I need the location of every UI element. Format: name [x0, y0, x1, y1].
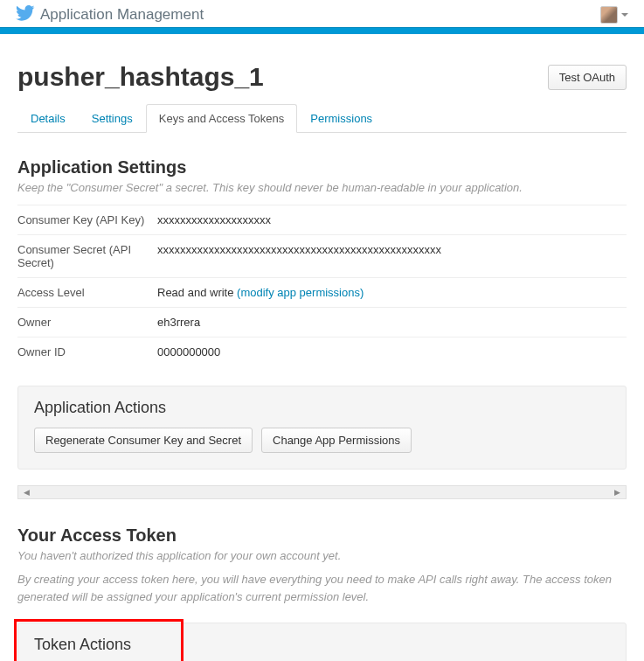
user-menu[interactable]: [600, 6, 628, 24]
chevron-down-icon: [621, 13, 628, 17]
modify-permissions-link[interactable]: (modify app permissions): [237, 286, 364, 299]
access-token-heading: Your Access Token: [17, 525, 627, 546]
table-row: Consumer Secret (API Secret) xxxxxxxxxxx…: [17, 235, 627, 278]
scroll-left-icon: ◀: [24, 488, 30, 497]
app-actions-panel: Application Actions Regenerate Consumer …: [17, 386, 627, 470]
settings-table: Consumer Key (API Key) xxxxxxxxxxxxxxxxx…: [17, 205, 627, 366]
app-actions-buttons: Regenerate Consumer Key and Secret Chang…: [34, 428, 610, 453]
tab-keys[interactable]: Keys and Access Tokens: [146, 104, 298, 133]
access-level-label: Access Level: [17, 278, 157, 308]
access-token-sub2: By creating your access token here, you …: [17, 571, 627, 605]
token-panel-wrap: Token Actions Create my access token: [17, 623, 627, 661]
scroll-right-icon: ▶: [614, 488, 620, 497]
owner-label: Owner: [17, 308, 157, 337]
table-row: Owner ID 0000000000: [17, 337, 627, 367]
access-level-value: Read and write (modify app permissions): [157, 278, 627, 308]
twitter-bird-icon: [16, 5, 35, 24]
consumer-secret-label: Consumer Secret (API Secret): [17, 235, 157, 278]
tab-settings[interactable]: Settings: [79, 104, 146, 133]
horizontal-scrollbar[interactable]: ◀ ▶: [17, 485, 627, 499]
app-actions-heading: Application Actions: [34, 399, 610, 417]
access-level-text: Read and write: [157, 286, 237, 299]
accent-bar: [0, 27, 644, 34]
token-actions-heading: Token Actions: [34, 636, 610, 654]
test-oauth-button[interactable]: Test OAuth: [548, 65, 627, 90]
table-row: Consumer Key (API Key) xxxxxxxxxxxxxxxxx…: [17, 205, 627, 235]
tab-details[interactable]: Details: [17, 104, 79, 133]
app-settings-heading: Application Settings: [17, 157, 627, 177]
header: Application Management: [0, 0, 644, 27]
access-token-section: Your Access Token You haven't authorized…: [17, 525, 627, 605]
owner-id-value: 0000000000: [157, 337, 627, 367]
table-row: Owner eh3rrera: [17, 308, 627, 337]
consumer-secret-value: xxxxxxxxxxxxxxxxxxxxxxxxxxxxxxxxxxxxxxxx…: [157, 235, 627, 278]
consumer-key-label: Consumer Key (API Key): [17, 205, 157, 235]
access-token-sub1: You haven't authorized this application …: [17, 549, 627, 562]
title-row: pusher_hashtags_1 Test OAuth: [17, 62, 627, 92]
tabs: Details Settings Keys and Access Tokens …: [17, 104, 627, 133]
app-settings-subtext: Keep the "Consumer Secret" a secret. Thi…: [17, 181, 627, 194]
owner-id-label: Owner ID: [17, 337, 157, 367]
change-permissions-button[interactable]: Change App Permissions: [261, 428, 412, 453]
consumer-key-value: xxxxxxxxxxxxxxxxxxxx: [157, 205, 627, 235]
token-actions-panel: Token Actions Create my access token: [17, 623, 627, 661]
header-title: Application Management: [40, 6, 204, 24]
main-content: pusher_hashtags_1 Test OAuth Details Set…: [0, 62, 644, 661]
regenerate-key-button[interactable]: Regenerate Consumer Key and Secret: [34, 428, 253, 453]
header-left: Application Management: [16, 5, 204, 24]
table-row: Access Level Read and write (modify app …: [17, 278, 627, 308]
tab-permissions[interactable]: Permissions: [297, 104, 385, 133]
avatar: [600, 6, 618, 24]
app-title: pusher_hashtags_1: [17, 62, 264, 92]
owner-value: eh3rrera: [157, 308, 627, 337]
